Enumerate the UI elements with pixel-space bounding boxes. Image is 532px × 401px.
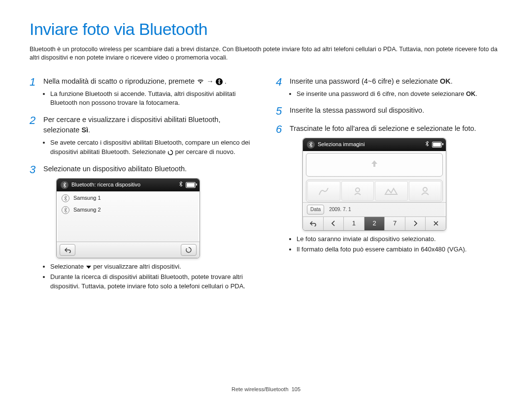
step-2-body: Per cercare e visualizzare i dispositivi… xyxy=(43,115,256,158)
step-number: 1 xyxy=(30,76,40,109)
step-1-body: Nella modalità di scatto o riproduzione,… xyxy=(43,76,256,109)
left-column: 1 Nella modalità di scatto o riproduzion… xyxy=(30,76,256,298)
device-name: Samsung 2 xyxy=(73,206,101,214)
pager-page[interactable]: 1 xyxy=(344,217,365,230)
step-4-bold: OK xyxy=(440,77,451,85)
pager-page-active[interactable]: 2 xyxy=(365,217,385,230)
bluetooth-small-icon xyxy=(179,182,183,188)
bt-device-icon xyxy=(62,194,69,202)
step-3-text: Selezionate un dispositivo abilitato Blu… xyxy=(43,165,187,173)
step-number: 4 xyxy=(276,76,287,100)
thumbnail[interactable] xyxy=(341,181,374,201)
step-6-bullet-1: Le foto saranno inviate al dispositivo s… xyxy=(297,235,502,244)
mock-status-bar: Seleziona immagini xyxy=(303,138,446,151)
svg-point-2 xyxy=(356,188,360,192)
step-6-body: Trascinate le foto all'area di selezione… xyxy=(290,123,502,255)
step-number: 6 xyxy=(276,123,287,255)
pager-next-button[interactable] xyxy=(405,217,426,230)
step-2-bold: Sì xyxy=(81,126,88,134)
step-4-bullet: Se inserite una password di 6 cifre, non… xyxy=(297,90,502,99)
mock-status-text: Seleziona immagini xyxy=(318,141,422,149)
page-footer: Rete wireless/Bluetooth 105 xyxy=(0,386,532,392)
thumbnail[interactable] xyxy=(375,181,408,201)
step-4-text-pre: Inserite una password (4~6 cifre) e sele… xyxy=(290,77,440,85)
step-number: 5 xyxy=(276,105,287,117)
bt-device-icon xyxy=(62,206,69,214)
footer-page-number: 105 xyxy=(292,386,300,392)
step-3-bullet-2: Durante la ricerca di dispositivi abilit… xyxy=(50,273,256,291)
arrow-text: → xyxy=(206,77,214,85)
step-1-text-pre: Nella modalità di scatto o riproduzione,… xyxy=(43,77,197,85)
step-5-body: Inserite la stessa password sul disposit… xyxy=(290,105,502,117)
image-select-mock: Seleziona immagini xyxy=(302,138,446,231)
page-title: Inviare foto via Bluetooth xyxy=(30,20,502,39)
mock-status-bar: Bluetooth: ricerca dispositivo xyxy=(57,179,200,191)
thumbnail[interactable] xyxy=(307,181,340,201)
upload-arrow-icon xyxy=(369,157,379,173)
step-2-text-pre: Per cercare e visualizzare i dispositivi… xyxy=(43,116,220,134)
bluetooth-icon xyxy=(216,78,223,85)
step-2-bullet: Se avete cercato i dispositivi abilitati… xyxy=(50,138,256,157)
pager-prev-button[interactable] xyxy=(324,217,344,230)
refresh-icon xyxy=(167,150,173,155)
step-4-body: Inserite una password (4~6 cifre) e sele… xyxy=(290,76,502,100)
step-6-bullet-2: Il formato della foto può essere cambiat… xyxy=(297,245,502,254)
step-3-bullet-post: per visualizzare altri dispositivi. xyxy=(93,263,181,270)
step-2-bullet-post: per cercare di nuovo. xyxy=(175,148,235,155)
chevron-down-icon xyxy=(86,265,92,270)
bluetooth-search-mock: Bluetooth: ricerca dispositivo xyxy=(56,178,200,258)
battery-icon xyxy=(432,142,442,148)
date-label: 2009. 7. 1 xyxy=(329,206,351,214)
step-3-bullet-pre: Selezionate xyxy=(50,263,86,270)
pager-back-button[interactable] xyxy=(303,217,324,230)
step-1-text-post: . xyxy=(225,77,227,85)
bluetooth-status-icon xyxy=(307,141,315,149)
step-number: 3 xyxy=(30,164,40,292)
footer-section: Rete wireless/Bluetooth xyxy=(232,386,289,392)
back-button[interactable] xyxy=(60,244,75,256)
step-3-body: Selezionate un dispositivo abilitato Blu… xyxy=(43,164,256,292)
svg-point-0 xyxy=(200,82,201,83)
device-name: Samsung 1 xyxy=(73,194,101,202)
refresh-button[interactable] xyxy=(181,244,197,256)
step-2-text-post: . xyxy=(88,126,90,134)
date-row: Data 2009. 7. 1 xyxy=(303,202,446,217)
step-3-bullet: Selezionate per visualizzare altri dispo… xyxy=(50,262,256,272)
pager-page[interactable]: 7 xyxy=(385,217,405,230)
step-4-bullet-post: . xyxy=(475,90,477,97)
step-6-text: Trascinate le foto all'area di selezione… xyxy=(290,124,476,132)
step-number: 2 xyxy=(30,115,40,158)
thumbnail[interactable] xyxy=(409,181,442,201)
battery-icon xyxy=(186,182,196,188)
step-1-bullet: La funzione Bluetooth si accende. Tuttav… xyxy=(50,90,256,108)
step-4-bullet-pre: Se inserite una password di 6 cifre, non… xyxy=(297,90,466,97)
svg-point-3 xyxy=(423,187,427,191)
list-item[interactable]: Samsung 1 xyxy=(57,192,200,204)
data-button[interactable]: Data xyxy=(307,205,324,215)
list-item[interactable]: Samsung 2 xyxy=(57,204,200,216)
bluetooth-small-icon xyxy=(425,141,429,149)
step-5-text: Inserite la stessa password sul disposit… xyxy=(290,106,424,114)
right-column: 4 Inserite una password (4~6 cifre) e se… xyxy=(276,76,502,298)
intro-text: Bluetooth è un protocollo wireless per s… xyxy=(30,45,502,62)
step-4-text-post: . xyxy=(451,77,453,85)
drop-zone[interactable] xyxy=(306,153,443,177)
bluetooth-status-icon xyxy=(61,181,68,189)
step-4-bullet-bold: OK xyxy=(466,90,476,97)
wireless-icon xyxy=(197,78,204,86)
pager-close-button[interactable] xyxy=(426,217,446,230)
mock-status-text: Bluetooth: ricerca dispositivo xyxy=(71,181,176,189)
